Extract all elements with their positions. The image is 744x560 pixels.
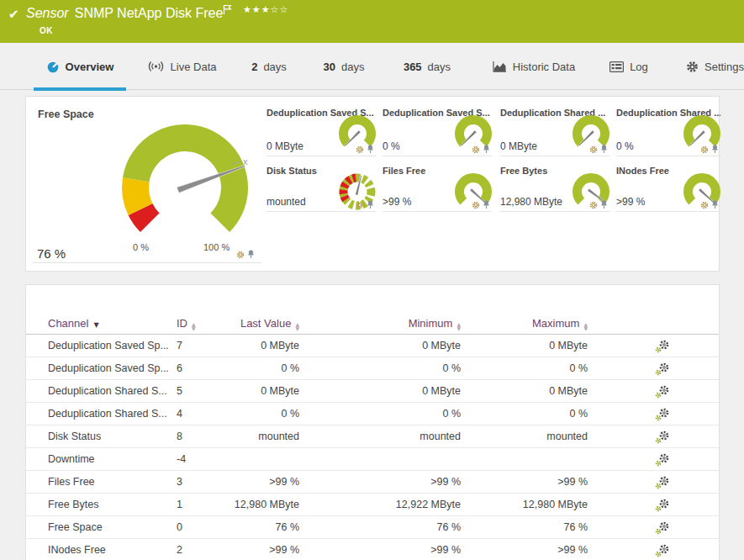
cell-channel: Files Free (48, 471, 176, 494)
table-header-row: Channel▼ID▲▼Last Value▲▼Minimum▲▼Maximum… (26, 312, 719, 335)
panel-actions (589, 145, 608, 154)
tab-label: days (341, 61, 364, 73)
stars-empty: ☆☆ (271, 4, 289, 15)
column-label: ID (177, 317, 187, 330)
pin-icon[interactable] (367, 145, 374, 154)
pin-icon[interactable] (711, 145, 719, 154)
tab-2-days[interactable]: 2days (249, 43, 289, 90)
gear-icon[interactable] (589, 145, 598, 154)
cell-channel: Disk Status (48, 425, 176, 448)
cell-maximum: 0 % (493, 357, 588, 380)
gear-icon[interactable] (236, 251, 245, 259)
mini-gauge-panel-disk-status[interactable]: Disk Statusmounted (266, 166, 376, 212)
tab-365-days[interactable]: 365days (400, 43, 454, 90)
pin-icon[interactable] (600, 200, 608, 209)
tab-label: Historic Data (513, 61, 575, 73)
channel-settings-icon[interactable] (655, 357, 673, 380)
sensor-title: SNMP NetApp Disk Free (75, 6, 224, 20)
gear-icon[interactable] (356, 145, 364, 154)
gauge-scale-max: 100 % (203, 242, 230, 252)
cell-minimum: 12,922 MByte (367, 494, 461, 516)
channel-settings-icon[interactable] (655, 539, 673, 560)
channel-settings-icon[interactable] (655, 494, 673, 516)
column-header-last-value[interactable]: Last Value▲▼ (205, 312, 299, 335)
panel-actions (356, 145, 374, 154)
pin-icon[interactable] (247, 250, 255, 259)
channel-settings-icon[interactable] (655, 380, 673, 403)
tab-live-data[interactable]: Live Data (154, 43, 209, 90)
gear-icon[interactable] (356, 201, 364, 209)
table-row-inodes-free: INodes Free2>99 %>99 %>99 % (26, 539, 719, 560)
sensor-kind-label: Sensor (26, 6, 69, 20)
panel-actions (472, 200, 490, 209)
needle-marker: x (243, 156, 248, 166)
mini-gauge-panel-deduplication-saved-s[interactable]: Deduplication Saved S...0 MByte (266, 108, 376, 156)
channel-settings-icon[interactable] (655, 448, 673, 471)
mini-gauge-panel-free-bytes[interactable]: Free Bytes12,980 MByte (500, 166, 609, 212)
cell-channel: Downtime (48, 448, 176, 471)
gear-icon[interactable] (472, 201, 480, 209)
mini-gauge-panel-deduplication-shared[interactable]: Deduplication Shared ...0 MByte (500, 108, 609, 156)
gear-icon[interactable] (472, 145, 480, 154)
column-header-maximum[interactable]: Maximum▲▼ (493, 312, 588, 335)
column-label: Maximum (532, 317, 579, 330)
pin-icon[interactable] (367, 200, 374, 209)
channel-table-panel: Channel▼ID▲▼Last Value▲▼Minimum▲▼Maximum… (25, 284, 720, 560)
mini-gauge-value: 0 MByte (500, 140, 537, 152)
cell-last-value: 0 % (205, 403, 299, 425)
priority-stars[interactable]: ★★★☆☆ (243, 4, 288, 15)
mini-gauge-panel-deduplication-saved-s[interactable]: Deduplication Saved S...0 % (383, 108, 492, 156)
gauge-icon (46, 60, 60, 73)
cell-channel: Deduplication Saved Sp... (48, 357, 176, 380)
flag-icon[interactable] (223, 3, 232, 18)
tab-historic-data[interactable]: Historic Data (492, 43, 576, 90)
table-row-downtime: Downtime-4 (26, 448, 719, 471)
pin-icon[interactable] (711, 200, 719, 209)
column-header-channel[interactable]: Channel▼ (48, 312, 176, 335)
channel-settings-icon[interactable] (655, 471, 673, 494)
cell-minimum: 0 % (367, 403, 461, 425)
cell-maximum: 0 MByte (493, 335, 588, 357)
table-row-deduplication-saved-sp: Deduplication Saved Sp...70 MByte0 MByte… (26, 335, 719, 357)
sensor-status-text: OK (40, 26, 53, 35)
cell-channel: Free Space (48, 516, 176, 539)
status-check-icon: ✔ (8, 7, 19, 22)
table-row-deduplication-shared-s: Deduplication Shared S...40 %0 %0 % (26, 403, 719, 425)
gear-icon[interactable] (589, 201, 598, 209)
tab-label: Live Data (171, 61, 217, 73)
column-label: Channel (48, 317, 88, 330)
channel-settings-icon[interactable] (655, 425, 673, 448)
mini-gauge-title: Files Free (383, 166, 425, 176)
mini-gauge-panel-inodes-free[interactable]: INodes Free>99 % (616, 166, 720, 212)
gear-icon[interactable] (700, 201, 709, 209)
tab-30-days[interactable]: 30days (320, 43, 367, 90)
cell-minimum: mounted (367, 425, 461, 448)
tab-log[interactable]: Log (609, 43, 649, 90)
tab-settings[interactable]: Settings (686, 43, 744, 90)
sort-icon: ▲▼ (295, 322, 299, 330)
gear-icon[interactable] (700, 145, 709, 154)
column-header-minimum[interactable]: Minimum▲▼ (367, 312, 461, 335)
channel-settings-icon[interactable] (655, 335, 673, 357)
cell-maximum: 0 MByte (493, 380, 588, 403)
gauge-scale-min: 0 % (133, 242, 149, 252)
tab-number: 365 (404, 61, 422, 73)
historic-data-icon (493, 61, 507, 72)
cell-last-value: 0 % (205, 357, 299, 380)
table-row-deduplication-shared-s: Deduplication Shared S...50 MByte0 MByte… (26, 380, 719, 403)
pin-icon[interactable] (483, 145, 490, 154)
pin-icon[interactable] (483, 200, 490, 209)
mini-gauge-panel-files-free[interactable]: Files Free>99 % (383, 166, 492, 212)
tab-label: days (428, 61, 451, 73)
free-space-gauge-panel[interactable]: Free Space 0 % 100 % x 76 % (33, 108, 261, 263)
cell-channel: Deduplication Saved Sp... (48, 335, 176, 357)
sort-desc-icon: ▼ (93, 321, 98, 329)
cell-last-value: 0 MByte (205, 380, 299, 403)
overview-panel: Free Space 0 % 100 % x 76 % Deduplicatio… (25, 96, 720, 272)
pin-icon[interactable] (600, 145, 608, 154)
channel-settings-icon[interactable] (655, 403, 673, 425)
mini-gauge-value: >99 % (616, 196, 645, 208)
mini-gauge-panel-deduplication-shared[interactable]: Deduplication Shared ...0 % (616, 108, 720, 156)
channel-settings-icon[interactable] (655, 516, 673, 539)
tab-overview[interactable]: Overview (34, 43, 126, 90)
